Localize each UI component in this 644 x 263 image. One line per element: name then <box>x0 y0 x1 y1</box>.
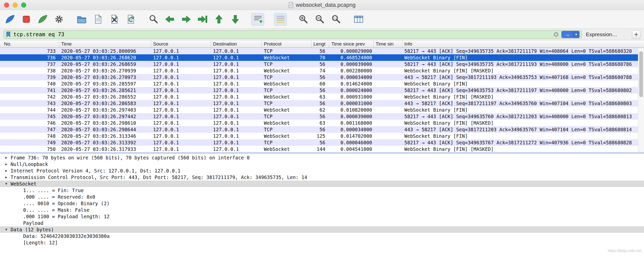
zoom-out-icon <box>314 14 325 25</box>
column-header-time-sin[interactable]: Time sin <box>374 40 402 48</box>
cell-0: 746 <box>0 120 59 126</box>
cell-5: 56 <box>311 100 329 107</box>
cell-0: 744 <box>0 107 59 113</box>
last-packet-icon <box>230 14 241 25</box>
detail-text: Payload <box>23 220 43 226</box>
cell-6: 0.010820000 <box>329 107 374 113</box>
open-file-button[interactable] <box>75 13 88 26</box>
detail-row[interactable]: .000 .... = Reserved: 0x0 <box>0 194 644 200</box>
column-header-no[interactable]: No. <box>0 40 59 48</box>
detail-text: Null/Loopback <box>11 161 48 167</box>
start-capture-button[interactable] <box>4 13 16 26</box>
filter-history-caret-icon[interactable]: ▾ <box>573 31 579 38</box>
detail-row[interactable]: ▶Internet Protocol Version 4, Src: 127.0… <box>0 167 644 174</box>
cell-2: 127.0.0.1 <box>151 139 211 146</box>
detail-row[interactable]: Data: 524642203030332e3030380a <box>0 233 644 239</box>
reload-file-button[interactable] <box>124 13 137 26</box>
stop-capture-button[interactable] <box>20 13 32 26</box>
detail-row[interactable]: Payload <box>0 220 644 226</box>
cell-0: 739 <box>0 74 59 80</box>
detail-row[interactable]: 1... .... = Fin: True <box>0 187 644 194</box>
resize-columns-button[interactable] <box>352 13 365 26</box>
cell-7 <box>374 61 402 67</box>
last-packet-button[interactable] <box>229 13 241 26</box>
column-header-destination[interactable]: Destination <box>211 40 262 48</box>
detail-row[interactable]: ▼Data (12 bytes) <box>0 226 644 233</box>
close-file-button[interactable] <box>108 13 121 26</box>
auto-scroll-icon <box>253 14 263 25</box>
goto-packet-button[interactable] <box>196 13 209 26</box>
packet-row-745[interactable]: 7452020-05-27 03:03:26.297442127.0.0.112… <box>0 113 638 120</box>
detail-row[interactable]: ▶Transmission Control Protocol, Src Port… <box>0 174 644 181</box>
packet-row-739[interactable]: 7392020-05-27 03:03:26.270973127.0.0.112… <box>0 74 638 80</box>
zoom-normal-button[interactable]: 1:1 <box>330 13 342 26</box>
cell-4: WebSocket <box>262 67 311 74</box>
column-header-time[interactable]: Time <box>59 40 151 48</box>
expression-button[interactable]: Expression… <box>586 31 617 37</box>
packet-row-749[interactable]: 7492020-05-27 03:03:26.313392127.0.0.112… <box>0 139 638 146</box>
cell-1: 2020-05-27 03:03:25.800096 <box>59 48 151 54</box>
find-packet-button[interactable] <box>147 13 160 26</box>
cell-2: 127.0.0.1 <box>151 146 211 152</box>
column-header-lengt[interactable]: Lengt <box>311 40 329 48</box>
colorize-button[interactable] <box>274 13 287 26</box>
column-header-info[interactable]: Info <box>402 40 644 48</box>
display-filter-field[interactable]: → ▾ <box>4 30 582 39</box>
apply-filter-button[interactable]: → ▾ <box>561 31 580 38</box>
detail-row[interactable]: ▶Frame 736: 70 bytes on wire (560 bits),… <box>0 154 644 161</box>
cell-5: 56 <box>311 74 329 80</box>
packet-row-736[interactable]: 7362020-05-27 03:03:26.268620127.0.0.112… <box>0 54 638 61</box>
packet-row-746[interactable]: 7462020-05-27 03:03:26.298610127.0.0.112… <box>0 120 638 126</box>
packet-row-743[interactable]: 7432020-05-27 03:03:26.286583127.0.0.112… <box>0 100 638 107</box>
packet-row-747[interactable]: 7472020-05-27 03:03:26.298644127.0.0.112… <box>0 126 638 133</box>
expander-closed-icon[interactable]: ▶ <box>2 161 11 167</box>
cell-1: 2020-05-27 03:03:26.286583 <box>59 100 151 107</box>
detail-row[interactable]: [Length: 12] <box>0 239 644 246</box>
clear-filter-icon[interactable] <box>553 32 559 37</box>
packet-row-741[interactable]: 7412020-05-27 03:03:26.285621127.0.0.112… <box>0 87 638 94</box>
expander-closed-icon[interactable]: ▶ <box>2 167 11 174</box>
column-header-time-since-prev[interactable]: Time since prev <box>329 40 374 48</box>
column-header-source[interactable]: Source <box>151 40 211 48</box>
packet-row-737[interactable]: 7372020-05-27 03:03:26.268659127.0.0.112… <box>0 61 638 67</box>
cell-8: 443 → 58217 [ACK] Seq=3817211197 Ack=349… <box>402 100 638 107</box>
cell-7 <box>374 120 402 126</box>
detail-row[interactable]: ▼WebSocket <box>0 181 644 187</box>
auto-scroll-button[interactable] <box>252 13 264 26</box>
column-header-protocol[interactable]: Protocol <box>262 40 311 48</box>
expander-closed-icon[interactable]: ▶ <box>2 174 11 181</box>
previous-packet-button[interactable] <box>163 13 176 26</box>
packet-row-750[interactable]: 7502020-05-27 03:03:26.317933127.0.0.112… <box>0 146 638 152</box>
save-file-button[interactable] <box>92 13 104 26</box>
capture-options-button[interactable] <box>53 13 65 26</box>
detail-row[interactable]: .000 1100 = Payload length: 12 <box>0 213 644 220</box>
restart-capture-button[interactable] <box>36 13 49 26</box>
packet-row-738[interactable]: 7382020-05-27 03:03:26.270939127.0.0.112… <box>0 67 638 74</box>
detail-row[interactable]: .... 0010 = Opcode: Binary (2) <box>0 200 644 207</box>
first-packet-button[interactable] <box>212 13 225 26</box>
cell-3: 127.0.0.1 <box>211 146 262 152</box>
packet-row-742[interactable]: 7422020-05-27 03:03:26.286552127.0.0.112… <box>0 94 638 100</box>
detail-row[interactable]: 0... .... = Mask: False <box>0 207 644 213</box>
cell-3: 127.0.0.1 <box>211 94 262 100</box>
zoom-in-button[interactable] <box>297 13 309 26</box>
next-packet-button[interactable] <box>180 13 192 26</box>
bookmark-icon[interactable] <box>6 31 11 37</box>
packet-row-733[interactable]: 7332020-05-27 03:03:25.800096127.0.0.112… <box>0 48 638 54</box>
cell-3: 127.0.0.1 <box>211 74 262 80</box>
scrollbar-track[interactable] <box>638 48 644 152</box>
add-filter-button[interactable]: + <box>632 30 640 39</box>
expander-open-icon[interactable]: ▼ <box>2 226 11 233</box>
packet-row-748[interactable]: 7482020-05-27 03:03:26.313346127.0.0.112… <box>0 133 638 139</box>
expander-open-icon[interactable]: ▼ <box>2 181 11 187</box>
zoom-out-button[interactable] <box>313 13 326 26</box>
cell-3: 127.0.0.1 <box>211 100 262 107</box>
apply-arrow-icon[interactable]: → <box>562 31 573 38</box>
cell-1: 2020-05-27 03:03:26.270973 <box>59 74 151 80</box>
detail-row[interactable]: ▶Null/Loopback <box>0 161 644 167</box>
packet-row-744[interactable]: 7442020-05-27 03:03:26.297403127.0.0.112… <box>0 107 638 113</box>
expander-closed-icon[interactable]: ▶ <box>2 154 11 161</box>
display-filter-input[interactable] <box>13 30 551 38</box>
packet-row-740[interactable]: 7402020-05-27 03:03:26.285597127.0.0.112… <box>0 80 638 87</box>
scrollbar-thumb[interactable] <box>639 51 643 97</box>
